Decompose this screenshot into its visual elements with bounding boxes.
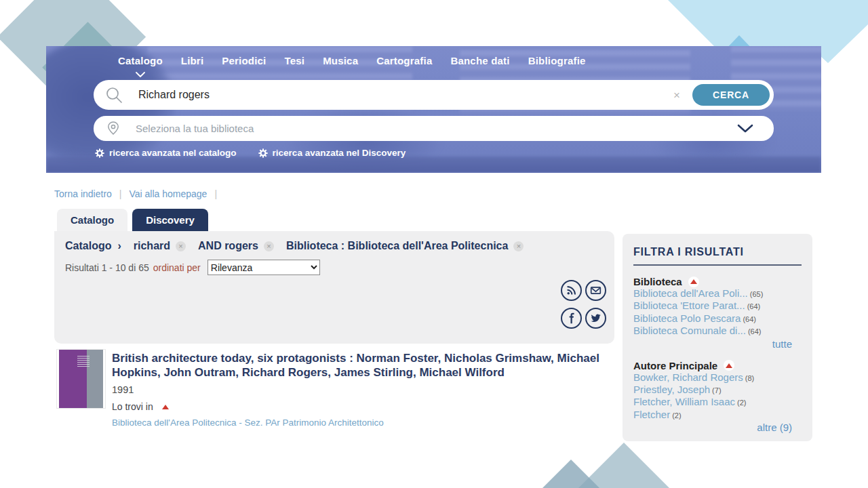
filter-option-count: (2) (672, 411, 681, 420)
filter-section-biblioteca: Biblioteca Biblioteca dell'Area Poli...(… (633, 276, 802, 350)
filter-option-count: (64) (747, 302, 761, 310)
collapse-arrow-icon (724, 360, 734, 371)
filter-option-count: (64) (748, 327, 762, 336)
filter-option[interactable]: Fletcher(2) (633, 409, 802, 421)
gear-icon (258, 148, 268, 158)
sort-select[interactable]: Rilevanza (208, 260, 320, 275)
filter-section-header[interactable]: Autore Principale (633, 360, 802, 371)
filter-option[interactable]: Biblioteca 'Ettore Parat...(64) (633, 300, 802, 312)
main-nav: Catalogo Libri Periodici Tesi Musica Car… (118, 55, 586, 66)
nav-item-bibliografie[interactable]: Bibliografie (528, 55, 586, 66)
filter-section-autore: Autore Principale Bowker, Richard Rogers… (633, 360, 802, 434)
filter-option-label: Fletcher (633, 409, 670, 420)
sorted-by-label: ordinati per (153, 262, 201, 273)
chevron-down-icon[interactable] (737, 124, 753, 133)
filter-option[interactable]: Biblioteca dell'Area Poli...(65) (633, 288, 802, 300)
collapse-arrow-icon[interactable] (160, 401, 171, 412)
clear-search-icon[interactable]: × (673, 89, 680, 101)
filter-option[interactable]: Priestley, Joseph(7) (633, 384, 802, 396)
nav-item-musica[interactable]: Musica (323, 55, 358, 66)
filter-option[interactable]: Biblioteca Comunale di...(64) (633, 325, 802, 337)
twitter-icon[interactable] (585, 308, 606, 329)
filter-option-label: Biblioteca Polo Pescara (633, 312, 741, 324)
show-all-link[interactable]: tutte (633, 338, 802, 350)
filter-option-label: Bowker, Richard Rogers (633, 371, 743, 383)
results-tabs: Catalogo Discovery (57, 209, 208, 231)
location-label: Lo trovi in (112, 401, 153, 412)
breadcrumb-separator: | (119, 188, 122, 199)
result-location-row: Lo trovi in (112, 401, 607, 412)
tab-discovery[interactable]: Discovery (132, 209, 208, 231)
banner-photo-ground (46, 157, 821, 173)
search-filter-breadcrumb: Catalogo › richard × AND rogers × Biblio… (65, 240, 524, 252)
search-input[interactable] (138, 89, 668, 101)
remove-filter-icon[interactable]: × (264, 241, 274, 251)
filter-chip: Biblioteca : Biblioteca dell'Area Polite… (286, 240, 524, 252)
filter-option-label: Priestley, Joseph (633, 384, 710, 395)
search-icon (104, 85, 123, 104)
filter-chip-label: AND rogers (198, 240, 258, 252)
filter-option-label: Fletcher, William Isaac (633, 396, 735, 407)
back-link[interactable]: Torna indietro (54, 188, 112, 199)
nav-item-catalogo[interactable]: Catalogo (118, 55, 163, 66)
library-location-link[interactable]: Biblioteca dell'Area Politecnica - Sez. … (112, 418, 607, 428)
nav-item-label: Catalogo (118, 55, 163, 66)
filter-section-header[interactable]: Biblioteca (633, 276, 802, 287)
filter-chip: richard × (134, 240, 186, 252)
library-select-placeholder: Seleziona la tua biblioteca (136, 123, 254, 134)
facebook-icon[interactable] (561, 308, 582, 329)
chevron-down-icon (136, 72, 145, 77)
cover-art (77, 356, 90, 368)
advanced-search-catalog-label: ricerca avanzata nel catalogo (109, 148, 237, 158)
nav-item-tesi[interactable]: Tesi (284, 55, 304, 66)
advanced-search-discovery-label: ricerca avanzata nel Discovery (273, 148, 406, 158)
book-cover-thumbnail[interactable] (57, 350, 105, 408)
filter-chip: AND rogers × (198, 240, 274, 252)
share-buttons (561, 280, 606, 329)
email-icon[interactable] (585, 280, 606, 301)
filter-option-count: (64) (743, 315, 756, 323)
nav-item-periodici[interactable]: Periodici (222, 55, 266, 66)
result-item: British architecture today, six protagon… (57, 350, 607, 428)
rss-icon[interactable] (561, 280, 582, 301)
filter-root-label: Catalogo (65, 240, 111, 252)
advanced-search-catalog-link[interactable]: ricerca avanzata nel catalogo (95, 148, 237, 158)
collapse-arrow-icon (688, 277, 699, 287)
remove-filter-icon[interactable]: × (513, 241, 524, 251)
filter-option-label: Biblioteca 'Ettore Parat... (633, 300, 745, 311)
filter-option-label: Biblioteca Comunale di... (633, 325, 746, 336)
breadcrumb-separator: | (214, 188, 217, 199)
filter-chip-label: Biblioteca : Biblioteca dell'Area Polite… (286, 240, 508, 252)
search-submit-button[interactable]: CERCA (692, 84, 770, 106)
search-bar: × CERCA (94, 80, 774, 110)
filters-title: FILTRA I RISULTATI (633, 246, 802, 258)
show-more-link[interactable]: altre (9) (633, 422, 802, 433)
results-panel: Catalogo › richard × AND rogers × Biblio… (54, 231, 614, 344)
result-title-link[interactable]: British architecture today, six protagon… (112, 351, 607, 380)
filter-section-title: Biblioteca (633, 276, 682, 287)
filter-option[interactable]: Fletcher, William Isaac(2) (633, 396, 802, 408)
result-body: British architecture today, six protagon… (112, 350, 607, 428)
filters-sidebar: FILTRA I RISULTATI Biblioteca Biblioteca… (623, 234, 812, 441)
breadcrumb: Torna indietro | Vai alla homepage | (54, 188, 224, 199)
filter-option-count: (7) (712, 386, 721, 394)
nav-item-banche-dati[interactable]: Banche dati (450, 55, 509, 66)
nav-item-cartografia[interactable]: Cartografia (376, 55, 432, 66)
homepage-link[interactable]: Vai alla homepage (129, 188, 207, 199)
page: Catalogo Libri Periodici Tesi Musica Car… (0, 0, 868, 488)
advanced-search-discovery-link[interactable]: ricerca avanzata nel Discovery (258, 148, 406, 158)
nav-item-libri[interactable]: Libri (181, 55, 204, 66)
remove-filter-icon[interactable]: × (176, 241, 186, 251)
location-pin-icon (104, 119, 122, 138)
filter-option[interactable]: Bowker, Richard Rogers(8) (633, 372, 802, 384)
results-info-row: Risultati 1 - 10 di 65 ordinati per Rile… (65, 260, 320, 275)
library-select[interactable]: Seleziona la tua biblioteca (94, 116, 774, 141)
gear-icon (95, 148, 104, 158)
filter-chip-label: richard (134, 240, 170, 252)
filter-option[interactable]: Biblioteca Polo Pescara(64) (633, 313, 802, 325)
filter-option-count: (2) (737, 399, 746, 407)
results-count: Risultati 1 - 10 di 65 (65, 262, 149, 273)
filter-option-count: (8) (745, 374, 754, 382)
filter-option-label: Biblioteca dell'Area Poli... (633, 287, 748, 299)
tab-catalogo[interactable]: Catalogo (57, 209, 127, 231)
